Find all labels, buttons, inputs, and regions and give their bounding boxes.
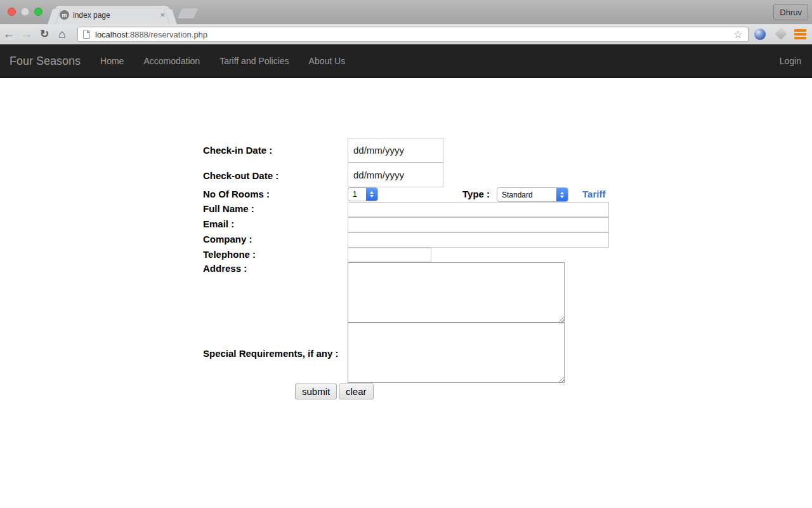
special-requirements-textarea[interactable] — [348, 323, 565, 383]
nav-item-tariff-and-policies[interactable]: Tariff and Policies — [219, 56, 289, 66]
checkin-label: Check-in Date : — [203, 145, 272, 156]
title-bar: m index page × Dhruv — [0, 0, 812, 24]
url-host: localhost — [95, 30, 128, 39]
fullname-label: Full Name : — [203, 203, 254, 214]
checkout-input[interactable] — [348, 163, 443, 187]
select-stepper-icon — [366, 188, 377, 201]
site-navbar: Four Seasons Home Accomodation Tariff an… — [0, 44, 812, 78]
nav-item-accomodation[interactable]: Accomodation — [143, 56, 200, 66]
close-window-icon[interactable] — [8, 8, 16, 16]
telephone-label: Telephone : — [203, 249, 256, 260]
special-requirements-label: Special Requirements, if any : — [203, 348, 338, 359]
clear-button[interactable]: clear — [339, 384, 374, 399]
address-bar[interactable]: localhost:8888/reservation.php ☆ — [77, 27, 749, 42]
type-select[interactable]: Standard — [497, 187, 568, 202]
brand-four-seasons[interactable]: Four Seasons — [10, 55, 81, 68]
browser-tab[interactable]: m index page × — [55, 6, 170, 24]
address-label: Address : — [203, 263, 247, 274]
tariff-link[interactable]: Tariff — [582, 189, 605, 199]
chrome-menu-icon[interactable] — [794, 29, 806, 39]
nav-item-home[interactable]: Home — [100, 56, 124, 66]
extension-globe-icon[interactable] — [754, 29, 766, 40]
browser-window: m index page × Dhruv ← → ↻ ⌂ localhost:8… — [0, 0, 812, 508]
url-path: :8888/reservation.php — [128, 30, 207, 39]
company-label: Company : — [203, 234, 252, 244]
type-select-value: Standard — [497, 190, 556, 199]
profile-button[interactable]: Dhruv — [773, 4, 808, 20]
extension-drive-icon[interactable] — [775, 27, 787, 40]
browser-toolbar: ← → ↻ ⌂ localhost:8888/reservation.php ☆ — [0, 24, 812, 44]
rooms-label: No Of Rooms : — [203, 189, 270, 199]
email-input[interactable] — [348, 217, 609, 232]
tab-title: index page — [73, 11, 160, 20]
rooms-select[interactable]: 1 — [348, 187, 378, 201]
new-tab-button[interactable] — [177, 8, 198, 18]
nav-item-login[interactable]: Login — [780, 56, 801, 66]
back-icon[interactable]: ← — [0, 27, 18, 41]
home-icon[interactable]: ⌂ — [53, 27, 71, 41]
rooms-select-value: 1 — [348, 190, 366, 199]
url-text[interactable]: localhost:8888/reservation.php — [95, 30, 733, 39]
zoom-window-icon[interactable] — [34, 8, 43, 16]
bookmark-star-icon[interactable]: ☆ — [733, 28, 743, 41]
page-icon — [83, 30, 90, 39]
fullname-input[interactable] — [348, 202, 609, 217]
reload-icon[interactable]: ↻ — [36, 27, 53, 41]
forward-icon: → — [18, 27, 36, 41]
company-input[interactable] — [348, 232, 609, 248]
address-textarea[interactable] — [348, 262, 565, 323]
window-controls — [8, 8, 43, 16]
email-label: Email : — [203, 218, 234, 229]
type-label: Type : — [462, 189, 490, 199]
telephone-input[interactable] — [348, 248, 431, 262]
tab-close-icon[interactable]: × — [160, 11, 165, 19]
select-stepper-icon — [556, 188, 568, 201]
checkout-label: Check-out Date : — [203, 170, 278, 181]
submit-button[interactable]: submit — [295, 384, 337, 399]
nav-item-about-us[interactable]: About Us — [309, 56, 346, 66]
minimize-window-icon[interactable] — [21, 8, 29, 16]
reservation-form: Check-in Date : Check-out Date : No Of R… — [0, 78, 812, 508]
tab-favicon-icon: m — [60, 10, 69, 20]
checkin-input[interactable] — [348, 138, 443, 163]
